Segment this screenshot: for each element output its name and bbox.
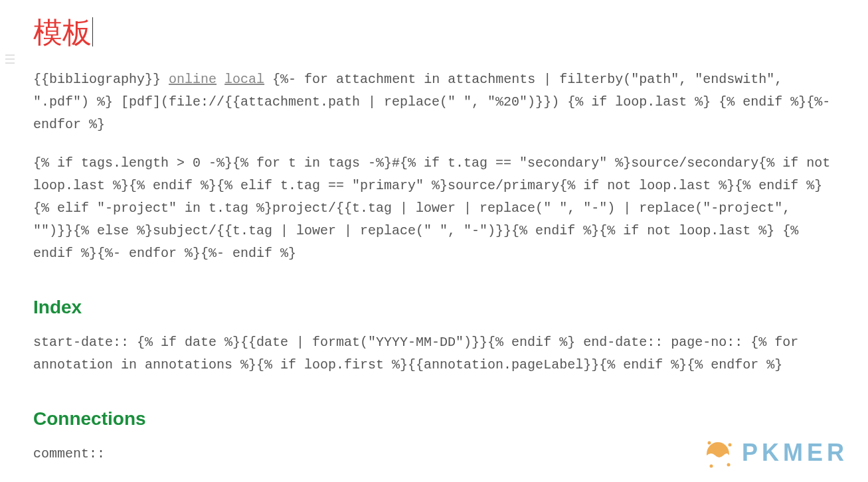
template-paragraph-3: start-date:: {% if date %}{{date | forma… bbox=[33, 331, 835, 376]
template-paragraph-2: {% if tags.length > 0 -%}{% for t in tag… bbox=[33, 152, 835, 265]
svg-point-3 bbox=[709, 465, 713, 468]
svg-point-4 bbox=[727, 463, 730, 467]
heading-index: Index bbox=[33, 297, 835, 318]
menu-icon[interactable] bbox=[5, 54, 17, 64]
logo-icon bbox=[702, 437, 734, 469]
svg-point-1 bbox=[728, 443, 731, 447]
watermark: PKMER bbox=[702, 437, 848, 469]
svg-point-0 bbox=[707, 442, 711, 445]
online-link[interactable]: online bbox=[169, 72, 217, 87]
template-paragraph-1: {{bibliography}} online local {%- for at… bbox=[33, 68, 835, 136]
page-title: 模板 bbox=[33, 13, 92, 52]
watermark-text: PKMER bbox=[742, 439, 848, 467]
local-link[interactable]: local bbox=[224, 72, 264, 87]
heading-connections: Connections bbox=[33, 408, 835, 430]
bibliography-placeholder: {{bibliography}} bbox=[33, 72, 169, 87]
